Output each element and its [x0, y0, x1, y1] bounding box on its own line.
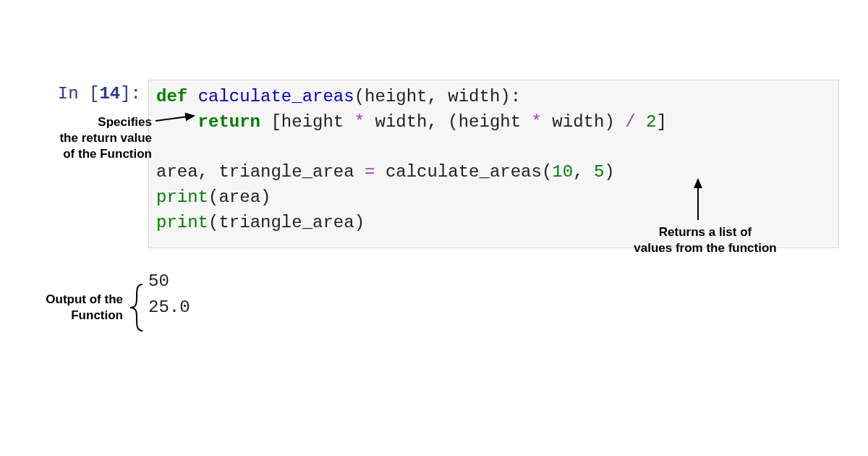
kw-return: return [198, 112, 260, 132]
prompt-num: 14 [99, 84, 120, 104]
output-line-1: 50 [148, 269, 839, 295]
annotation-output-label: Output of the Function [36, 292, 123, 324]
code-editor[interactable]: def calculate_areas(height, width): retu… [148, 80, 839, 248]
input-prompt: In [14]: [29, 80, 148, 104]
fn-name: calculate_areas [198, 87, 354, 106]
annotation-list-return: Returns a list of values from the functi… [615, 224, 796, 256]
output-line-2: 25.0 [148, 295, 839, 321]
prompt-open: [ [89, 84, 99, 104]
kw-def: def [156, 87, 187, 106]
output-block: 50 25.0 [29, 269, 839, 321]
prompt-close: ]: [120, 84, 141, 104]
annotation-return-spec: Specifies the return value of the Functi… [43, 114, 152, 162]
input-row: In [14]: def calculate_areas(height, wid… [29, 80, 839, 248]
prompt-in: In [58, 84, 89, 104]
